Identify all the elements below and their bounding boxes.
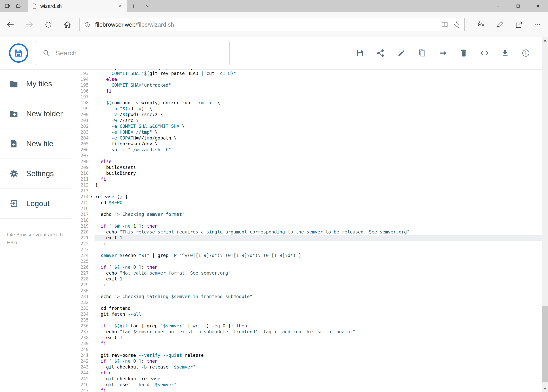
code-text[interactable]: git checkout release [95,376,542,382]
share-file-icon[interactable] [376,49,385,57]
code-line[interactable]: 201 -w //src \ [71,117,542,123]
code-text[interactable]: git fetch --all [95,311,542,317]
sidebar-item-logout[interactable]: Logout [0,189,71,219]
trash-icon[interactable] [459,49,468,57]
reading-view-icon[interactable] [441,21,449,28]
maximize-icon[interactable] [508,0,528,12]
home-icon[interactable] [58,12,77,37]
code-line[interactable]: 223 [71,247,542,252]
minimize-icon[interactable] [488,0,508,12]
tab-list-chevron-icon[interactable] [141,0,155,12]
code-text[interactable]: echo "This release script requires a sin… [95,229,542,235]
sidebar-item-new-folder[interactable]: New folder [0,99,71,129]
code-line[interactable]: 235 [71,317,542,323]
code-text[interactable]: -e GOPATH=//tmp/gopath \ [95,135,542,141]
new-tab-button[interactable] [127,0,141,12]
code-text[interactable]: echo "> Checking matching $semver in fro… [95,294,542,299]
scroll-down-icon[interactable] [542,385,548,392]
code-line[interactable]: 205 filebrowser/dev \ [71,141,542,147]
share-icon[interactable] [509,12,528,37]
refresh-icon[interactable] [39,12,58,37]
code-text[interactable]: buildBinary [95,170,542,176]
tab-close-icon[interactable] [116,3,123,9]
code-line[interactable]: 241 git rev-parse --verify --quiet relea… [71,352,542,358]
code-text[interactable] [95,188,542,194]
code-text[interactable]: exit 1 [95,335,542,341]
code-text[interactable]: fi [95,341,542,346]
code-text[interactable]: cd $REPO [95,200,542,205]
code-line[interactable]: 242 if [ $? -ne 0 ]; then [71,358,542,364]
code-text[interactable] [95,217,542,223]
code-line[interactable]: 204 -e GOPATH=//tmp/gopath \ [71,135,542,141]
code-editor[interactable]: 192 if [ "$(command -v git)" != "" ]; th… [71,69,542,392]
code-line[interactable]: 237 echo "Tag $semver does not exist in … [71,329,542,335]
code-text[interactable]: exit 1 [95,235,542,241]
code-line[interactable]: 232 [71,299,542,305]
code-line[interactable]: 198 $(command -v winpty) docker run --rm… [71,100,542,106]
code-line[interactable]: 225 [71,258,542,264]
code-text[interactable]: COMMIT_SHA="untracked" [95,82,542,88]
code-text[interactable] [95,299,542,305]
info-circle-icon[interactable] [522,49,530,57]
code-line[interactable]: 224 semver=$(echo "$1" | grep -P '^v(0|[… [71,252,542,258]
code-line[interactable]: 239 fi [71,341,542,346]
annotate-pen-icon[interactable] [490,12,509,37]
code-text[interactable] [95,153,542,159]
code-line[interactable]: 244 else [71,370,542,376]
code-text[interactable] [95,258,542,264]
sidebar-item-new-file[interactable]: New file [0,129,71,159]
code-text[interactable] [95,317,542,323]
code-line[interactable]: 207 [71,153,542,159]
hub-icon[interactable] [471,12,490,37]
favorite-star-icon[interactable] [453,21,460,28]
code-line[interactable]: 194 else [71,76,542,82]
code-line[interactable]: 196 fi [71,88,542,94]
code-line[interactable]: 215 cd $REPO [71,200,542,205]
code-line[interactable]: 213 [71,188,542,194]
code-line[interactable]: 214▾release () { [71,194,542,200]
pencil-icon[interactable] [397,49,406,57]
code-text[interactable]: else [95,159,542,164]
code-line[interactable]: 212} [71,182,542,188]
scrollbar-thumb[interactable] [542,306,548,382]
code-line[interactable]: 240 [71,346,542,352]
code-text[interactable]: -e HOME="//tmp" \ [95,129,542,135]
code-text[interactable]: sh -c "./wizard.sh -b" [95,147,542,153]
code-text[interactable] [95,346,542,352]
code-line[interactable]: 216 [71,205,542,211]
code-line[interactable]: 193 COMMIT_SHA="$(git rev-parse HEAD | c… [71,70,542,76]
code-line[interactable]: 206 sh -c "./wizard.sh -b" [71,147,542,153]
code-line[interactable]: 200 -v /$(pwd):/src:z \ [71,112,542,117]
code-line[interactable]: 227 echo "Not valid semver format. See s… [71,270,542,276]
code-line[interactable]: 229 fi [71,282,542,288]
copy-icon[interactable] [418,49,427,57]
code-text[interactable]: buildAssets [95,164,542,170]
code-text[interactable]: echo "Not valid semver format. See semve… [95,270,542,276]
code-line[interactable]: 228 exit 1 [71,276,542,282]
search-input[interactable]: Search... [36,41,230,65]
code-text[interactable]: release () { [95,194,542,200]
code-line[interactable]: 210 buildBinary [71,170,542,176]
code-text[interactable]: echo "Tag $semver does not exist in subm… [95,329,542,335]
code-text[interactable]: fi [95,387,542,392]
fold-marker-icon[interactable]: ▾ [89,194,94,200]
code-text[interactable]: $(command -v winpty) docker run --rm -it… [95,100,542,106]
code-text[interactable]: if [ $? -ne 0 ]; then [95,358,542,364]
code-line[interactable]: 247 fi [71,387,542,392]
code-text[interactable]: exit 1 [95,276,542,282]
code-text[interactable]: filebrowser/dev \ [95,141,542,147]
code-text[interactable]: -e COMMIT_SHA=$COMMIT_SHA \ [95,123,542,129]
code-text[interactable]: git reset --hard "$semver" [95,382,542,387]
code-line[interactable]: 236 if [ $(git tag | grep "$semver" | wc… [71,323,542,329]
code-text[interactable]: fi [95,88,542,94]
more-menu-icon[interactable] [528,12,547,37]
code-text[interactable]: -u "$(id -u)" \ [95,106,542,112]
code-icon[interactable] [480,49,489,57]
sidebar-item-my-files[interactable]: My files [0,69,71,99]
code-line[interactable]: 197 [71,94,542,100]
back-icon[interactable] [1,12,20,37]
help-link[interactable]: Help [7,238,71,246]
code-text[interactable]: if [ $(git tag | grep "$semver" | wc -l)… [95,323,542,329]
code-line[interactable]: 246 git reset --hard "$semver" [71,382,542,387]
code-text[interactable]: if [ $# -ne 1 ]; then [95,223,542,229]
